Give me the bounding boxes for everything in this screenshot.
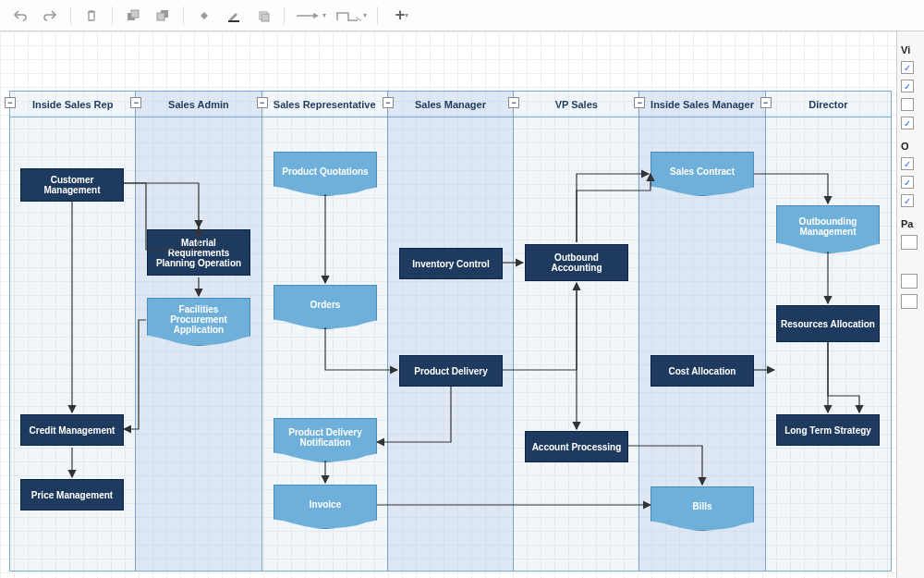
- lane-vp-sales[interactable]: − VP Sales: [514, 92, 639, 571]
- lane-header[interactable]: − Sales Manager: [388, 92, 513, 117]
- separator: [377, 6, 378, 25]
- collapse-icon[interactable]: −: [257, 97, 268, 108]
- node-credit-management[interactable]: Credit Management: [20, 414, 124, 446]
- shadow-button[interactable]: [250, 4, 276, 28]
- lane-title: Sales Manager: [415, 99, 486, 110]
- paper-size-select[interactable]: [901, 235, 918, 250]
- undo-button[interactable]: [7, 4, 33, 28]
- svg-rect-1: [131, 10, 139, 18]
- checkbox[interactable]: ✓: [901, 157, 914, 170]
- separator: [70, 6, 71, 25]
- checkbox[interactable]: ✓: [901, 80, 914, 92]
- node-customer-management[interactable]: Customer Management: [20, 168, 124, 202]
- collapse-icon[interactable]: −: [508, 97, 519, 108]
- lane-sales-manager[interactable]: − Sales Manager: [388, 92, 514, 571]
- workspace: − Inside Sales Rep − Sales Admin − Sales…: [0, 31, 924, 578]
- checkbox[interactable]: [901, 98, 914, 111]
- field[interactable]: [901, 274, 918, 289]
- node-product-delivery-notification[interactable]: Product Delivery Notification: [274, 418, 377, 462]
- node-inventory-control[interactable]: Inventory Control: [399, 248, 503, 279]
- node-cost-allocation[interactable]: Cost Allocation: [650, 355, 754, 387]
- node-bills[interactable]: Bills: [650, 486, 754, 531]
- to-back-button[interactable]: [150, 4, 176, 28]
- format-panel: Vi ✓ ✓ ✓ O ✓ ✓ ✓ Pa: [896, 31, 924, 578]
- collapse-icon[interactable]: −: [760, 97, 772, 108]
- lane-header[interactable]: − Sales Admin: [136, 92, 261, 117]
- toolbar: ▾ ▾ + ▾: [0, 0, 924, 31]
- lane-header[interactable]: − Inside Sales Rep: [10, 92, 135, 117]
- lane-title: VP Sales: [555, 99, 598, 110]
- collapse-icon[interactable]: −: [383, 97, 394, 108]
- checkbox[interactable]: ✓: [901, 61, 914, 74]
- line-color-button[interactable]: [221, 4, 247, 28]
- redo-button[interactable]: [37, 4, 63, 28]
- lane-title: Director: [808, 99, 847, 110]
- node-price-management[interactable]: Price Management: [20, 479, 124, 510]
- svg-rect-3: [157, 13, 164, 20]
- svg-rect-6: [261, 14, 269, 21]
- node-resources-allocation[interactable]: Resources Allocation: [776, 305, 880, 342]
- fill-color-button[interactable]: [191, 4, 217, 28]
- swimlanes: − Inside Sales Rep − Sales Admin − Sales…: [9, 91, 892, 572]
- checkbox[interactable]: ✓: [901, 176, 914, 189]
- node-long-term-strategy[interactable]: Long Term Strategy: [776, 414, 880, 446]
- section-options-label: O: [901, 141, 920, 152]
- lane-header[interactable]: − Inside Sales Manager: [639, 92, 764, 117]
- node-outbound-accounting[interactable]: Outbound Accounting: [525, 244, 628, 281]
- checkbox[interactable]: ✓: [901, 194, 914, 207]
- add-button[interactable]: + ▾: [385, 4, 419, 28]
- node-account-processing[interactable]: Account Processing: [525, 431, 628, 462]
- lane-header[interactable]: − Sales Representative: [262, 92, 387, 117]
- separator: [183, 6, 184, 25]
- connection-style-button[interactable]: ▾: [292, 4, 329, 28]
- collapse-icon[interactable]: −: [130, 97, 141, 108]
- lane-header[interactable]: − VP Sales: [514, 92, 638, 117]
- collapse-icon[interactable]: −: [634, 97, 645, 108]
- canvas[interactable]: − Inside Sales Rep − Sales Admin − Sales…: [0, 31, 896, 578]
- node-invoice[interactable]: Invoice: [274, 485, 377, 529]
- lane-title: Sales Representative: [274, 99, 376, 110]
- to-front-button[interactable]: [120, 4, 146, 28]
- lane-header[interactable]: − Director: [766, 92, 891, 117]
- checkbox[interactable]: ✓: [901, 117, 914, 129]
- section-view-label: Vi: [901, 44, 920, 55]
- collapse-icon[interactable]: −: [5, 97, 16, 108]
- node-orders[interactable]: Orders: [274, 285, 377, 329]
- field[interactable]: [901, 294, 918, 309]
- lane-title: Sales Admin: [168, 99, 229, 110]
- delete-button[interactable]: [79, 4, 104, 28]
- node-product-delivery[interactable]: Product Delivery: [399, 355, 503, 387]
- waypoint-style-button[interactable]: ▾: [333, 4, 370, 28]
- separator: [284, 6, 285, 25]
- node-mrp[interactable]: Material Requirements Planning Operation: [147, 229, 250, 276]
- section-paper-label: Pa: [901, 218, 920, 229]
- lane-title: Inside Sales Manager: [650, 99, 754, 110]
- svg-rect-4: [228, 20, 239, 22]
- separator: [112, 6, 113, 25]
- lane-title: Inside Sales Rep: [32, 99, 113, 110]
